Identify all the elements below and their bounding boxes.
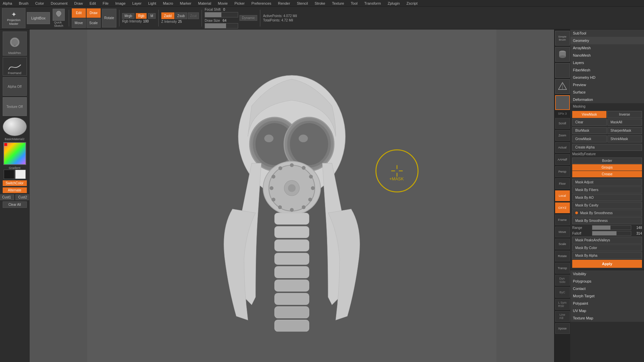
subtool-header[interactable]: SubTool [570,29,644,37]
swatch-white[interactable] [15,170,26,179]
menu-macro[interactable]: Macro [162,1,175,5]
polymesh3d-thumb[interactable] [555,79,570,94]
deformation-header[interactable]: Deformation [570,96,644,103]
cust2-button[interactable]: Cust2 [15,194,30,200]
sharpenmask-button[interactable]: SharpenMask [607,127,642,134]
lightbox-button[interactable]: LightBox [27,12,50,24]
groups-button[interactable]: Groups [572,164,642,171]
menu-color[interactable]: Color [34,1,45,5]
mrgb-button[interactable]: Mrgb [122,13,135,19]
surface-header[interactable]: Surface [570,88,644,96]
cylinder3d-thumb[interactable] [555,47,570,62]
dynamic-solo-button[interactable]: DynSolo [555,275,570,286]
menu-movie[interactable]: Movie [217,1,229,5]
menu-file[interactable]: File [101,1,110,5]
projection-master-button[interactable]: ✦ ProjectionMaster [2,8,25,28]
move-icon-button[interactable]: Move [555,227,570,237]
stroke-thumbnail[interactable]: FreeHand [3,57,27,76]
menu-light[interactable]: Light [147,1,158,5]
mask-by-smoothness-header-button[interactable]: Mask By Smoothness [572,209,642,217]
zsub-button[interactable]: Zsub [175,12,187,19]
menu-zplugin[interactable]: Zplugin [386,1,401,5]
uv-map-header[interactable]: UV Map [570,307,644,314]
rotate-button[interactable]: Rotate [102,9,116,27]
menu-document[interactable]: Document [49,1,69,5]
menu-brush[interactable]: Brush [17,1,30,5]
rotate-icon-button[interactable]: Rotate [555,251,570,261]
swatch-black[interactable] [4,170,14,179]
zoom-button[interactable]: Zoom [555,130,570,141]
scroll-button[interactable]: Scroll [555,118,570,129]
active-tool-thumb[interactable] [555,95,570,110]
brush-thumbnail[interactable]: MaskPen [3,32,27,56]
mask-adjust-button[interactable]: Mask Adjust [572,179,642,186]
maskall-button[interactable]: MaskAll [607,119,642,126]
menu-preferences[interactable]: Preferences [250,1,273,5]
viewmask-button[interactable]: ViewMask [572,111,606,118]
menu-tool[interactable]: Tool [350,1,359,5]
arraymesh-header[interactable]: ArrayMesh [570,44,644,52]
create-alpha-button[interactable]: Create Alpha [572,144,642,151]
actual-button[interactable]: Actual [555,142,570,153]
transp-button[interactable]: Transp [555,263,570,274]
falloff-slider[interactable] [592,231,631,236]
layers-header[interactable]: Layers [570,59,644,66]
local-button[interactable]: Local [555,190,570,201]
rgb-button[interactable]: Rgb [136,13,147,19]
fibermesh-header[interactable]: FiberMesh [570,66,644,74]
nanomesh-header[interactable]: NanoMesh [570,52,644,59]
menu-render[interactable]: Render [277,1,291,5]
menu-stroke[interactable]: Stroke [313,1,327,5]
menu-edit[interactable]: Edit [88,1,97,5]
menu-texture[interactable]: Texture [331,1,345,5]
clear-button[interactable]: Clear [572,119,607,126]
frame-button[interactable]: Frame [555,215,570,225]
border-button[interactable]: Border [572,158,642,164]
polypaint-header[interactable]: Polypaint [570,300,644,307]
menu-image[interactable]: Image [114,1,127,5]
shrinkmask-button[interactable]: ShrinkMask [607,135,642,142]
draw-button[interactable]: Draw [87,8,101,18]
clear-all-button[interactable]: Clear All [3,201,27,208]
menu-zscript[interactable]: Zscript [405,1,419,5]
switch-color-button[interactable]: SwitchColor [3,180,27,186]
morph-target-header[interactable]: Morph Target [570,292,644,300]
mask-peaks-valleys-button[interactable]: Mask PeaksAndValleys [572,237,642,244]
alternate-button[interactable]: Alternate [3,187,27,193]
move-button[interactable]: Move [72,18,86,28]
polygroups-header[interactable]: Polygroups [570,278,644,285]
material-thumbnail[interactable] [3,117,27,136]
floor-button[interactable]: Floor [555,178,570,189]
menu-picker[interactable]: Picker [233,1,246,5]
scale-icon-button[interactable]: Scale [555,239,570,249]
mask-by-alpha-button[interactable]: Mask By Alpha [572,252,642,259]
focal-shift-slider[interactable] [205,12,238,17]
mask-by-ao-button[interactable]: Mask By AO [572,194,642,201]
menu-marker[interactable]: Marker [178,1,193,5]
growmask-button[interactable]: GrowMask [572,135,607,142]
cust1-button[interactable]: Cust1 [0,194,14,200]
quick-sketch-button[interactable]: QuickSketch [51,7,66,29]
apply-button[interactable]: Apply [572,260,642,268]
xyz-button[interactable]: OXYZ [555,202,570,213]
simple-brush-thumb[interactable]: SimpleBrush [555,31,570,46]
texture-thumbnail[interactable]: Texture Off [3,97,27,116]
menu-draw[interactable]: Draw [73,1,84,5]
scale-button[interactable]: Scale [87,18,101,28]
range-slider[interactable] [592,225,631,230]
zcut-button[interactable]: Zcut [188,12,199,19]
contact-header[interactable]: Contact [570,285,644,292]
mask-by-smoothness-button[interactable]: Mask By Smoothness [572,217,642,224]
edit-button[interactable]: Edit [72,8,86,18]
inverse-button[interactable]: Inverse [607,111,642,118]
geometry-header[interactable]: Geometry [570,37,644,44]
menu-material[interactable]: Material [197,1,212,5]
visibility-header[interactable]: Visibility [570,270,644,278]
byc-button[interactable]: ByC [555,287,570,298]
menu-transform[interactable]: Transform [363,1,382,5]
draw-size-slider[interactable] [205,23,238,28]
zadd-button[interactable]: Zadd [161,12,174,19]
viewport[interactable]: +MASK [30,29,554,362]
blurmask-button[interactable]: BlurMask [572,127,607,134]
menu-alpha[interactable]: Alpha [1,1,13,5]
